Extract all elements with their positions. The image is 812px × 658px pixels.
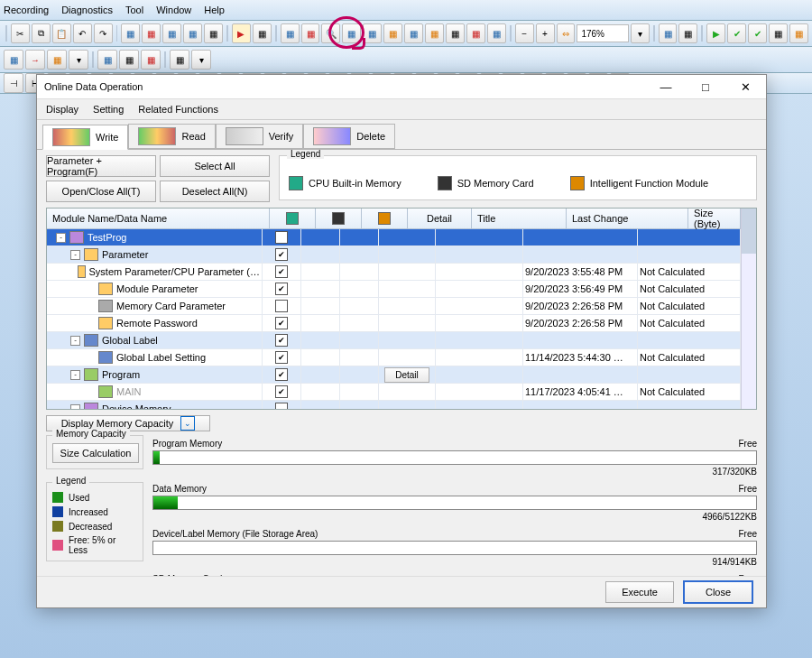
execute-button[interactable]: Execute xyxy=(605,581,674,603)
tb-icon[interactable]: ▦ xyxy=(769,23,788,43)
close-dialog-button[interactable]: Close xyxy=(683,580,753,604)
menu-tool[interactable]: Tool xyxy=(125,5,143,15)
table-row[interactable]: Module Parameter✔9/20/2023 3:56:49 PMNot… xyxy=(47,281,741,298)
checkbox[interactable]: ✔ xyxy=(275,265,288,278)
tb-icon[interactable]: ▦ xyxy=(141,50,161,70)
tb-icon[interactable]: ▦ xyxy=(162,23,181,43)
zoom-combo[interactable]: 176% xyxy=(577,24,628,42)
redo-icon[interactable]: ↷ xyxy=(94,23,113,43)
grid-scrollbar[interactable] xyxy=(741,209,756,409)
tab-delete[interactable]: Delete xyxy=(303,124,395,149)
table-row[interactable]: -Device Memory xyxy=(47,401,741,409)
checkbox[interactable]: ✔ xyxy=(275,317,288,329)
undo-icon[interactable]: ↶ xyxy=(73,23,92,43)
col-last-change[interactable]: Last Change xyxy=(567,209,688,228)
checkbox[interactable]: ✔ xyxy=(275,351,288,364)
ok2-icon[interactable]: ✔ xyxy=(748,23,767,43)
checkbox[interactable]: ✔ xyxy=(275,368,288,381)
tab-write[interactable]: Write xyxy=(42,125,128,150)
col-sd[interactable] xyxy=(316,209,362,228)
col-cpu-mem[interactable] xyxy=(270,209,316,228)
table-row[interactable]: -Global Label✔ xyxy=(47,332,741,349)
checkbox[interactable]: ✔ xyxy=(275,385,288,398)
checkbox[interactable]: ✔ xyxy=(275,248,288,261)
tb-icon[interactable]: ▦ xyxy=(47,50,67,70)
tb-icon[interactable]: ▾ xyxy=(69,50,88,70)
table-row[interactable]: MAIN✔11/17/2023 4:05:41 …Not Calculated xyxy=(47,384,741,401)
tb-icon[interactable]: ⊣ xyxy=(4,73,23,93)
tb-icon[interactable]: ▦ xyxy=(383,23,402,43)
tb-icon[interactable]: ▦ xyxy=(121,23,140,43)
tb-icon[interactable]: ▦ xyxy=(4,50,23,70)
table-row[interactable]: -Program✔Detail xyxy=(47,366,741,384)
tab-verify[interactable]: Verify xyxy=(216,124,304,149)
tb-icon[interactable]: ▦ xyxy=(204,23,223,43)
table-row[interactable]: Memory Card Parameter9/20/2023 2:26:58 P… xyxy=(47,298,741,315)
dmenu-setting[interactable]: Setting xyxy=(93,104,124,115)
zoom-in-icon[interactable]: + xyxy=(536,23,555,43)
tb-icon[interactable]: ▦ xyxy=(404,23,423,43)
tb-icon[interactable]: → xyxy=(25,50,45,70)
tb-icon[interactable]: ▦ xyxy=(446,23,465,43)
col-title[interactable]: Title xyxy=(472,209,567,228)
tb-icon[interactable]: ▦ xyxy=(466,23,485,43)
tree-expander-icon[interactable]: - xyxy=(70,370,80,380)
tb-icon[interactable]: ▦ xyxy=(363,23,382,43)
tb-icon[interactable]: ▦ xyxy=(659,23,678,43)
tb-icon[interactable]: ▦ xyxy=(301,23,320,43)
checkbox[interactable] xyxy=(275,403,288,409)
tb-icon[interactable]: ▦ xyxy=(97,50,117,70)
dmenu-display[interactable]: Display xyxy=(46,104,78,115)
col-ifm[interactable] xyxy=(362,209,408,228)
checkbox[interactable]: ✔ xyxy=(275,334,288,347)
tb-icon[interactable]: ▦ xyxy=(170,50,189,70)
write-plc-icon[interactable]: ▶ xyxy=(232,23,251,43)
ok-icon[interactable]: ✔ xyxy=(727,23,746,43)
table-row[interactable]: Global Label Setting✔11/14/2023 5:44:30 … xyxy=(47,349,741,366)
tb-icon[interactable]: ▦ xyxy=(253,23,272,43)
deselect-all-button[interactable]: Deselect All(N) xyxy=(160,181,270,202)
checkbox[interactable]: ✔ xyxy=(275,283,288,295)
maximize-button[interactable]: □ xyxy=(692,80,719,94)
tb-icon[interactable]: ▦ xyxy=(142,23,161,43)
menu-window[interactable]: Window xyxy=(156,5,191,15)
tree-expander-icon[interactable]: - xyxy=(70,336,80,346)
tb-icon[interactable]: ▦ xyxy=(678,23,697,43)
open-close-all-button[interactable]: Open/Close All(T) xyxy=(46,181,156,202)
param-program-button[interactable]: Parameter + Program(F) xyxy=(46,155,156,177)
col-detail[interactable]: Detail xyxy=(408,209,472,228)
tab-read[interactable]: Read xyxy=(128,124,215,149)
tree-expander-icon[interactable]: - xyxy=(70,250,80,260)
tb-icon[interactable]: ▦ xyxy=(183,23,202,43)
col-size[interactable]: Size (Byte) xyxy=(688,209,741,228)
tb-icon[interactable]: ▦ xyxy=(425,23,444,43)
tb-icon[interactable]: ▦ xyxy=(789,23,808,43)
table-row[interactable]: -Parameter✔ xyxy=(47,246,741,264)
tb-icon[interactable]: ▦ xyxy=(342,23,361,43)
tree-expander-icon[interactable]: - xyxy=(56,233,66,243)
checkbox[interactable] xyxy=(275,231,288,244)
minimize-button[interactable]: — xyxy=(652,80,679,94)
search-icon[interactable]: 🔍 xyxy=(321,23,340,43)
tb-icon[interactable]: ⇔ xyxy=(557,23,576,43)
paste-icon[interactable]: 📋 xyxy=(52,23,71,43)
dropdown-icon[interactable]: ▾ xyxy=(631,23,650,43)
menu-recording[interactable]: Recording xyxy=(4,5,49,15)
tb-icon[interactable]: ▾ xyxy=(191,50,211,70)
menu-diagnostics[interactable]: Diagnostics xyxy=(61,5,113,15)
table-row[interactable]: -TestProg xyxy=(47,229,741,246)
table-row[interactable]: System Parameter/CPU Parameter (…✔9/20/2… xyxy=(47,264,741,281)
zoom-out-icon[interactable]: − xyxy=(515,23,534,43)
col-module-name[interactable]: Module Name/Data Name xyxy=(47,209,270,228)
table-row[interactable]: Remote Password✔9/20/2023 2:26:58 PMNot … xyxy=(47,315,741,332)
copy-icon[interactable]: ⧉ xyxy=(32,23,51,43)
detail-button[interactable]: Detail xyxy=(384,367,429,383)
tb-icon[interactable]: ▦ xyxy=(119,50,139,70)
menu-help[interactable]: Help xyxy=(204,5,225,15)
dmenu-related[interactable]: Related Functions xyxy=(138,104,218,115)
tree-expander-icon[interactable]: - xyxy=(70,404,80,410)
run-icon[interactable]: ▶ xyxy=(706,23,725,43)
cut-icon[interactable]: ✂ xyxy=(11,23,30,43)
tb-icon[interactable]: ▦ xyxy=(281,23,300,43)
close-button[interactable]: ✕ xyxy=(732,80,759,94)
